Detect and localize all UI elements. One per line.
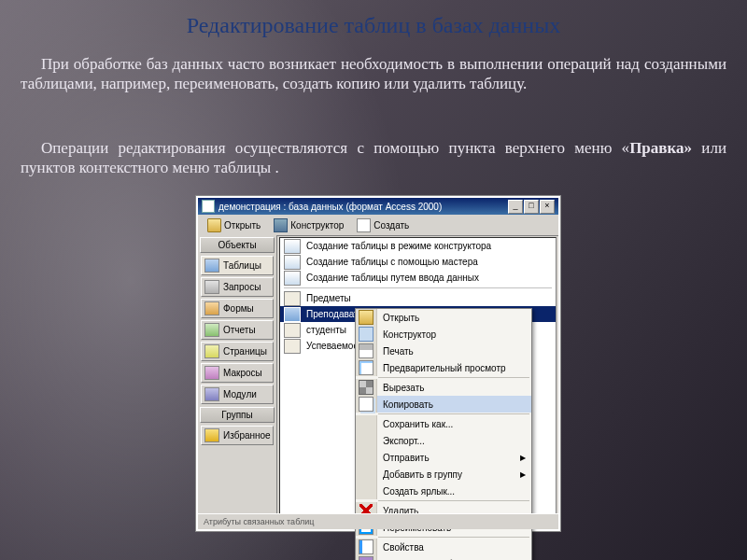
ctx-preview[interactable]: Предварительный просмотр [356,359,531,376]
minimize-button[interactable]: _ [508,200,523,214]
close-button[interactable]: × [540,200,555,214]
list-item-label: Создание таблицы в режиме конструктора [306,241,491,251]
sidebar-item-tables[interactable]: Таблицы [201,256,274,275]
sidebar-group-groups[interactable]: Группы [200,407,275,423]
sidebar-group-objects[interactable]: Объекты [200,237,275,253]
ctx-print[interactable]: Печать [356,343,531,359]
sidebar-item-queries[interactable]: Запросы [201,277,274,297]
status-bar: Атрибуты связанных таблиц [198,513,558,529]
ctx-separator [378,500,529,501]
copy-icon [359,397,374,412]
paragraph-2b-bold: Правка» [629,139,692,157]
table-icon [284,323,301,338]
modules-icon [204,387,219,401]
list-item-label: Создание таблицы с помощью мастера [306,257,478,267]
forms-icon [204,301,219,315]
ctx-label: Печать [377,346,531,357]
tables-icon [204,259,219,273]
design-icon [274,218,288,232]
sidebar-item-pages[interactable]: Страницы [201,342,274,361]
ctx-label: Копировать [377,399,531,410]
open-label: Открыть [224,220,261,231]
ctx-label: Открыть [377,313,531,323]
wizard-icon [284,255,301,270]
list-item-create-entry[interactable]: Создание таблицы путем ввода данных [280,270,556,286]
ctx-add-group[interactable]: Добавить в группу▶ [356,466,531,483]
pages-icon [204,344,219,358]
ctx-label: Экспорт... [377,436,531,446]
ctx-shortcut[interactable]: Создать ярлык... [356,483,531,499]
ctx-cut[interactable]: Вырезать [356,379,531,396]
list-item-label: Создание таблицы путем ввода данных [306,273,479,283]
paragraph-2: Операции редактирования осуществляются с… [21,138,726,178]
sidebar: Объекты Таблицы Запросы Формы Отчеты Стр… [198,235,277,529]
design-button[interactable]: Конструктор [268,217,349,234]
wizard-icon [284,239,301,254]
ctx-label: Отправить [377,453,531,463]
list-item-create-designer[interactable]: Создание таблицы в режиме конструктора [280,238,556,254]
access-window: демонстрация : база данных (формат Acces… [196,196,560,531]
sidebar-item-label: Отчеты [223,325,256,335]
sidebar-item-label: Формы [223,303,254,314]
sidebar-item-favorites[interactable]: Избранное [201,426,274,445]
ctx-send[interactable]: Отправить▶ [356,449,531,466]
ctx-label: Свойства [377,542,531,553]
slide-title: Редактирование таблиц в базах данных [0,13,747,38]
chevron-right-icon: ▶ [520,454,526,462]
print-icon [359,343,374,358]
ctx-label: Конструктор [377,329,531,340]
sidebar-item-modules[interactable]: Модули [201,385,274,404]
open-icon [207,218,221,232]
design-label: Конструктор [290,220,344,231]
create-label: Создать [374,220,409,231]
macros-icon [204,366,219,380]
app-icon [202,200,215,213]
preview-icon [359,360,374,375]
sidebar-item-macros[interactable]: Макросы [201,363,274,383]
list-item-label: студенты [306,325,346,335]
properties-icon [359,539,374,554]
cut-icon [359,380,374,395]
ctx-label: Сохранить как... [377,419,531,429]
ctx-copy[interactable]: Копировать [356,396,531,413]
separator [284,287,552,288]
ctx-open[interactable]: Открыть [356,309,531,326]
ctx-label: Добавить в группу [377,469,531,480]
ctx-label: Создать ярлык... [377,486,531,497]
ctx-label: Предварительный просмотр [377,363,531,373]
paragraph-1: При обработке баз данных часто возникает… [21,54,726,94]
favorites-icon [204,428,219,442]
sidebar-item-reports[interactable]: Отчеты [201,320,274,340]
table-icon [284,339,301,354]
queries-icon [204,280,219,294]
window-title: демонстрация : база данных (формат Acces… [218,202,442,212]
open-button[interactable]: Открыть [202,217,266,234]
list-item-subjects[interactable]: Предметы [280,290,556,306]
maximize-button[interactable]: □ [524,200,539,214]
chevron-right-icon: ▶ [520,470,526,479]
wizard-icon [284,271,301,286]
toolbar: Открыть Конструктор Создать [198,215,558,236]
sidebar-item-label: Модули [223,389,257,399]
ctx-saveas[interactable]: Сохранить как... [356,415,531,432]
ctx-export[interactable]: Экспорт... [356,432,531,449]
paragraph-2a: Операции редактирования осуществляются с… [41,139,629,157]
ctx-dependencies[interactable]: Зависимости объектов... [356,555,531,560]
ctx-properties[interactable]: Свойства [356,539,531,555]
status-text: Атрибуты связанных таблиц [204,517,314,526]
sidebar-item-forms[interactable]: Формы [201,299,274,318]
ctx-separator [378,377,529,378]
table-icon [284,307,301,322]
ctx-separator [378,537,529,538]
list-item-label: Успеваемос [306,341,358,351]
create-button[interactable]: Создать [351,217,415,234]
ctx-design[interactable]: Конструктор [356,326,531,343]
sidebar-item-label: Избранное [223,430,271,441]
list-item-label: Предметы [306,293,351,303]
titlebar: демонстрация : база данных (формат Acces… [198,198,558,215]
sidebar-item-label: Таблицы [223,260,261,271]
list-item-create-wizard[interactable]: Создание таблицы с помощью мастера [280,254,556,270]
ctx-separator [378,413,529,414]
reports-icon [204,323,219,337]
open-icon [359,310,374,325]
